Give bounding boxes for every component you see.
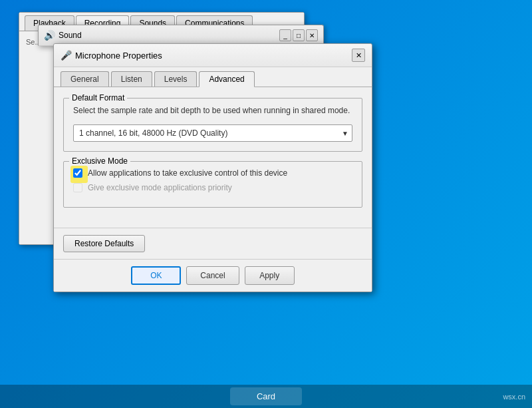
default-format-description: Select the sample rate and bit depth to … — [73, 105, 352, 116]
mic-title-text: Microphone Properties — [75, 51, 352, 61]
mic-tab-advanced[interactable]: Advanced — [199, 71, 254, 87]
exclusive-priority-checkbox[interactable] — [73, 183, 82, 192]
exclusive-priority-row: Give exclusive mode applications priorit… — [73, 183, 352, 192]
mic-close-button[interactable]: ✕ — [352, 49, 365, 62]
mic-icon: 🎤 — [61, 50, 71, 61]
sound-maximize-button[interactable]: □ — [293, 29, 305, 41]
sound-minimize-button[interactable]: _ — [279, 29, 291, 41]
mic-content: Default Format Select the sample rate an… — [54, 87, 372, 228]
mic-tabs: General Listen Levels Advanced — [54, 67, 372, 87]
apply-button[interactable]: Apply — [245, 266, 295, 285]
cancel-button[interactable]: Cancel — [186, 266, 239, 285]
exclusive-control-checkbox[interactable] — [73, 168, 82, 178]
mic-tab-general[interactable]: General — [61, 71, 109, 87]
format-dropdown[interactable]: 1 channel, 16 bit, 44100 Hz (CD Quality)… — [73, 124, 352, 142]
desktop: 🔊 Sound _ □ ✕ Playback Recording Sounds … — [0, 0, 532, 408]
mic-dialog: 🎤 Microphone Properties ✕ General Listen… — [53, 43, 372, 292]
card-text: Card — [230, 387, 302, 405]
mic-title-bar: 🎤 Microphone Properties ✕ — [54, 44, 372, 67]
exclusive-control-row: Allow applications to take exclusive con… — [73, 168, 352, 178]
card-label-area: Card — [0, 385, 532, 408]
sound-title-text: Sound — [59, 31, 279, 40]
exclusive-mode-label: Exclusive Mode — [69, 156, 130, 166]
mic-tab-listen[interactable]: Listen — [111, 71, 152, 87]
mic-footer: Restore Defaults — [54, 228, 372, 259]
mic-tab-levels[interactable]: Levels — [154, 71, 198, 87]
sound-icon: 🔊 — [44, 30, 55, 41]
default-format-label: Default Format — [69, 93, 127, 102]
restore-defaults-button[interactable]: Restore Defaults — [63, 235, 145, 252]
default-format-section: Default Format Select the sample rate an… — [63, 98, 362, 152]
format-dropdown-container: 1 channel, 16 bit, 44100 Hz (CD Quality)… — [73, 124, 352, 142]
dialog-buttons: OK Cancel Apply — [54, 259, 372, 292]
sound-title-controls: _ □ ✕ — [279, 29, 318, 41]
exclusive-mode-section: Exclusive Mode Allow applications to tak… — [63, 161, 362, 208]
sound-close-button[interactable]: ✕ — [306, 29, 318, 41]
exclusive-priority-label: Give exclusive mode applications priorit… — [88, 183, 232, 192]
ok-button[interactable]: OK — [131, 266, 181, 285]
exclusive-control-label[interactable]: Allow applications to take exclusive con… — [88, 168, 287, 178]
